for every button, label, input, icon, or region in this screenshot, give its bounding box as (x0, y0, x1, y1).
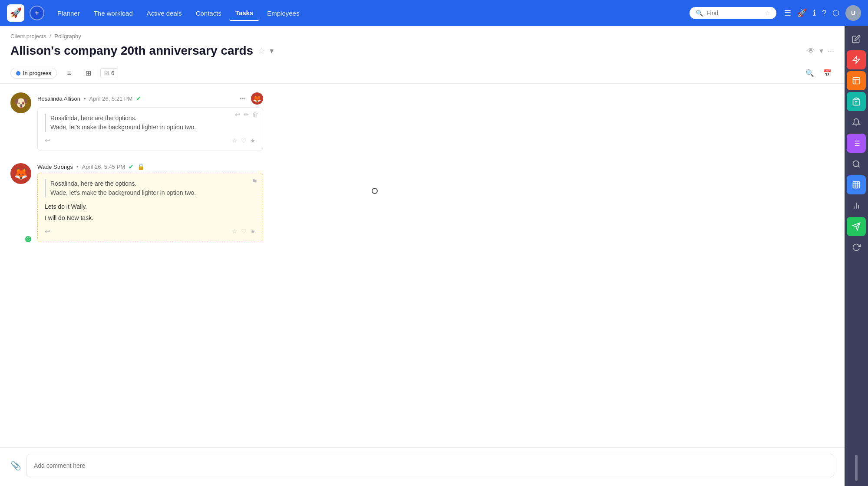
search-bar[interactable]: 🔍 ☆ (690, 7, 776, 19)
breadcrumb: Client projects / Poligraphy (10, 33, 834, 39)
comment-meta: Wade Strongs • April 26, 5:45 PM ✔ 🔒 (37, 163, 263, 170)
nav-item-tasks[interactable]: Tasks (229, 6, 259, 21)
grid-view-icon[interactable]: ⊞ (81, 66, 95, 80)
tasks-count: 6 (111, 70, 114, 76)
help-icon[interactable]: ? (822, 9, 826, 18)
comment-actions-top: ••• (239, 95, 246, 102)
comment-quote-reply: Rosalinda, here are the options. Wade, l… (45, 179, 256, 197)
tasks-check-icon: ☑ (104, 70, 109, 76)
footer-reply-icon[interactable]: ↩ (45, 227, 50, 236)
comment-card: ↩ ✏ 🗑 Rosalinda, here are the options. W… (37, 107, 263, 151)
comment-body: Rosalinda Allison • April 26, 5:21 PM ✔ … (37, 92, 263, 151)
search-icon: 🔍 (696, 10, 703, 16)
avatar-badge: G (24, 235, 32, 243)
reply-icon[interactable]: ↩ (235, 111, 240, 118)
favorite-star-icon[interactable]: ☆ (257, 46, 265, 56)
svg-marker-0 (853, 56, 860, 64)
verified-icon: ✔ (129, 163, 134, 170)
sidebar-chart-icon[interactable] (847, 71, 866, 90)
sidebar-alert-icon[interactable] (847, 50, 866, 69)
comment-quote: Rosalinda, here are the options. Wade, l… (45, 114, 256, 132)
nav-item-workload[interactable]: The workload (88, 6, 139, 20)
sidebar-sync-icon[interactable] (847, 238, 866, 257)
comment-input-area: 📎 (0, 447, 845, 486)
nav-item-contacts[interactable]: Contacts (190, 6, 228, 20)
search-star-icon: ☆ (765, 10, 770, 16)
pin-reaction-icon[interactable]: ☆ (232, 137, 238, 144)
more-actions-icon[interactable]: ··· (828, 46, 834, 56)
right-sidebar (845, 26, 868, 486)
sidebar-table-icon[interactable] (847, 175, 866, 194)
more-options-icon[interactable]: ••• (239, 95, 246, 102)
comment-text: Lets do it Wally. I will do New task. (45, 202, 256, 223)
nav-item-employees[interactable]: Employees (261, 6, 305, 20)
status-search-icon[interactable]: 🔍 (803, 66, 817, 80)
nav-icon-group: ☰ 🚀 ℹ ? ⬡ U (784, 5, 861, 21)
reply-user-avatar: 🦊 (251, 92, 263, 105)
nav-item-deals[interactable]: Active deals (141, 6, 188, 20)
reply-quote-line1: Rosalinda, here are the options. (50, 179, 256, 188)
heart-reaction-icon[interactable]: ♡ (241, 228, 247, 235)
pin-reaction-icon[interactable]: ☆ (232, 228, 238, 235)
status-dot (16, 71, 20, 76)
sidebar-send-icon[interactable] (847, 217, 866, 236)
sidebar-list-icon[interactable] (847, 134, 866, 153)
comment-timestamp: April 26, 5:45 PM (82, 164, 125, 170)
add-button[interactable]: + (30, 6, 44, 20)
menu-icon[interactable]: ☰ (784, 8, 791, 18)
comment-dot: • (76, 164, 79, 170)
comment-item: 🦊 G Wade Strongs • April 26, 5:45 PM ✔ 🔒… (10, 163, 834, 242)
rocket-icon[interactable]: 🚀 (797, 8, 807, 18)
app-logo: 🚀 (7, 4, 24, 22)
comment-reactions: ☆ ♡ ★ (232, 228, 256, 235)
sidebar-bar-chart-icon[interactable] (847, 196, 866, 215)
status-calendar-icon[interactable]: 📅 (820, 66, 834, 80)
nav-item-planner[interactable]: Planner (51, 6, 86, 20)
comment-input[interactable] (26, 454, 834, 477)
comment-card-reply: ⚑ Rosalinda, here are the options. Wade,… (37, 173, 263, 242)
attach-icon[interactable]: 📎 (10, 460, 21, 471)
comment-author: Wade Strongs (37, 164, 73, 170)
flag-icon[interactable]: ⚑ (251, 177, 257, 186)
comment-author: Rosalinda Allison (37, 95, 80, 102)
delete-icon[interactable]: 🗑 (252, 111, 258, 118)
info-icon[interactable]: ℹ (813, 8, 816, 18)
tasks-count-button[interactable]: ☑ 6 (100, 68, 118, 78)
sidebar-bell-icon[interactable] (847, 113, 866, 132)
breadcrumb-child[interactable]: Poligraphy (54, 33, 81, 39)
sidebar-search-icon[interactable] (847, 154, 866, 174)
comment-meta: Rosalinda Allison • April 26, 5:21 PM ✔ … (37, 92, 263, 105)
breadcrumb-separator: / (50, 33, 51, 39)
view-dropdown-icon[interactable]: ▾ (819, 46, 823, 56)
search-input[interactable] (706, 10, 761, 16)
comment-timestamp: April 26, 5:21 PM (89, 95, 133, 102)
breadcrumb-area: Client projects / Poligraphy (0, 26, 845, 42)
title-actions: 👁 ▾ ··· (807, 46, 834, 56)
comment-verified-icon: ✔ (136, 95, 141, 102)
list-view-icon[interactable]: ≡ (62, 66, 76, 80)
status-label: In progress (23, 70, 51, 76)
view-icon[interactable]: 👁 (807, 46, 815, 56)
top-navigation: 🚀 + Planner The workload Active deals Co… (0, 0, 868, 26)
breadcrumb-parent[interactable]: Client projects (10, 33, 46, 39)
sidebar-edit-icon[interactable] (847, 30, 866, 49)
heart-reaction-icon[interactable]: ♡ (241, 137, 247, 144)
comment-footer: ↩ ☆ ♡ ★ (45, 136, 256, 144)
svg-point-9 (853, 161, 859, 167)
comment-dot: • (84, 95, 86, 102)
status-bar: In progress ≡ ⊞ ☑ 6 🔍 📅 (0, 63, 845, 84)
star-reaction-icon[interactable]: ★ (250, 228, 256, 235)
layers-icon[interactable]: ⬡ (832, 8, 839, 18)
avatar: 🐶 (10, 92, 31, 113)
footer-reply-icon[interactable]: ↩ (45, 136, 50, 144)
star-reaction-icon[interactable]: ★ (250, 137, 256, 144)
title-dropdown-icon[interactable]: ▾ (270, 46, 274, 56)
comment-card-actions: ↩ ✏ 🗑 (235, 111, 258, 118)
comment-body: Wade Strongs • April 26, 5:45 PM ✔ 🔒 ⚑ R… (37, 163, 263, 242)
user-avatar[interactable]: U (845, 5, 861, 21)
sidebar-clipboard-icon[interactable] (847, 92, 866, 111)
status-badge[interactable]: In progress (10, 68, 57, 79)
comment-text-line1: Lets do it Wally. (45, 202, 256, 211)
edit-icon[interactable]: ✏ (244, 111, 249, 118)
comment-footer: ↩ ☆ ♡ ★ (45, 227, 256, 236)
